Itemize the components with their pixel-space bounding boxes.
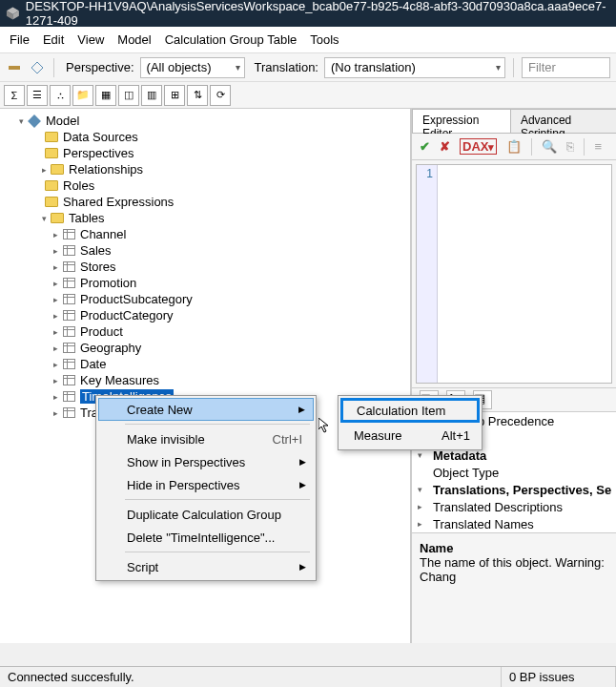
menu-make-invisible[interactable]: Make invisibleCtrl+I (98, 427, 314, 450)
tree-table-geography[interactable]: ▸Geography (0, 340, 410, 356)
expression-toolbar: ✔ ✘ DAX▾ 📋 🔍 ⎘ ≡ (412, 134, 616, 160)
translation-label: Translation: (255, 60, 318, 74)
menu-tools[interactable]: Tools (310, 32, 339, 47)
tree-perspectives[interactable]: Perspectives (0, 145, 410, 161)
app-icon (6, 6, 20, 21)
tree-table-product[interactable]: ▸Product (0, 323, 410, 340)
hierarchy-button[interactable]: ⛬ (50, 85, 71, 106)
filter-input[interactable]: Filter (522, 57, 610, 78)
statusbar: Connected succesfully. 0 BP issues (0, 666, 616, 687)
toolbar-main: Perspective: (All objects) Translation: … (0, 53, 616, 82)
format-icon[interactable]: ≡ (594, 139, 602, 154)
tree-shared-expressions[interactable]: Shared Expressions (0, 194, 410, 210)
prop-translated-descriptions[interactable]: Translated Descriptions (429, 500, 563, 514)
tree-data-sources[interactable]: Data Sources (0, 129, 410, 145)
find-icon[interactable]: 🔍 (542, 139, 557, 154)
toolbar-secondary: Σ ☰ ⛬ 📁 ▦ ◫ ▥ ⊞ ⇅ ⟳ (0, 82, 616, 109)
separator (513, 58, 514, 77)
sort-button[interactable]: ⇅ (187, 85, 208, 106)
folder-button[interactable]: 📁 (72, 85, 93, 106)
submenu-calculation-item[interactable]: Calculation Item (340, 398, 480, 423)
connect-icon[interactable] (6, 59, 23, 76)
submenu-arrow-icon: ▶ (299, 457, 306, 467)
tree-table-sales[interactable]: ▸Sales (0, 242, 410, 259)
tree-table-productcategory[interactable]: ▸ProductCategory (0, 307, 410, 323)
tree-table-key-measures[interactable]: ▸Key Measures (0, 372, 410, 388)
menu-duplicate-calculation-group[interactable]: Duplicate Calculation Group (98, 503, 314, 526)
deploy-icon[interactable] (29, 59, 46, 76)
tree-table-channel[interactable]: ▸Channel (0, 226, 410, 242)
menu-script[interactable]: Script▶ (98, 555, 314, 578)
tree-tables[interactable]: ▾Tables (0, 210, 410, 226)
menu-view[interactable]: View (77, 32, 104, 47)
tree-table-date[interactable]: ▸Date (0, 356, 410, 372)
separator (584, 138, 585, 156)
sigma-button[interactable]: Σ (4, 85, 25, 106)
right-pane: Expression Editor Advanced Scripting ✔ ✘… (412, 109, 616, 643)
accept-icon[interactable]: ✔ (420, 139, 430, 154)
separator (531, 138, 532, 156)
column-button[interactable]: ▥ (141, 85, 162, 106)
menu-calculation-group-table[interactable]: Calculation Group Table (165, 32, 298, 47)
submenu-arrow-icon: ▶ (299, 480, 306, 489)
tab-advanced-scripting[interactable]: Advanced Scripting (510, 109, 616, 133)
refresh-button[interactable]: ⟳ (210, 85, 231, 106)
property-description: Name The name of this object. Warning: C… (412, 532, 616, 590)
menu-create-new[interactable]: Create New▶ (98, 398, 314, 421)
tree-roles[interactable]: Roles (0, 177, 410, 194)
tree-table-promotion[interactable]: ▸Promotion (0, 275, 410, 291)
tree-table-stores[interactable]: ▸Stores (0, 259, 410, 275)
perspective-combo[interactable]: (All objects) (140, 57, 245, 78)
measure-button[interactable]: ⊞ (164, 85, 185, 106)
line-number: 1 (417, 165, 437, 180)
separator (53, 58, 54, 77)
submenu-arrow-icon: ▶ (298, 405, 305, 414)
tree-model[interactable]: ▾Model (0, 113, 410, 129)
menu-hide-in-perspectives[interactable]: Hide in Perspectives▶ (98, 473, 314, 496)
prop-translations[interactable]: Translations, Perspectives, Se (429, 483, 611, 497)
prop-object-type: Object Type (429, 466, 499, 480)
menubar: File Edit View Model Calculation Group T… (0, 27, 616, 53)
perspective-label: Perspective: (66, 60, 134, 74)
submenu-measure[interactable]: MeasureAlt+1 (340, 423, 480, 448)
window-title: DESKTOP-HH1V9AQ\AnalysisServicesWorkspac… (26, 0, 610, 28)
menu-show-in-perspectives[interactable]: Show in Perspectives▶ (98, 450, 314, 473)
separator (125, 499, 310, 500)
titlebar: DESKTOP-HH1V9AQ\AnalysisServicesWorkspac… (0, 0, 616, 27)
table-button[interactable]: ▦ (95, 85, 116, 106)
menu-delete-timeintelligence[interactable]: Delete "TimeIntelligence"... (98, 526, 314, 549)
svg-rect-3 (9, 66, 20, 70)
chart-button[interactable]: ◫ (118, 85, 139, 106)
prop-translated-names[interactable]: Translated Names (429, 517, 534, 531)
dax-dropdown[interactable]: DAX▾ (460, 138, 497, 155)
submenu-arrow-icon: ▶ (299, 562, 306, 572)
tree-relationships[interactable]: ▸Relationships (0, 161, 410, 177)
replace-icon[interactable]: ⎘ (566, 139, 574, 154)
menu-edit[interactable]: Edit (43, 32, 64, 47)
tree-table-productsubcategory[interactable]: ▸ProductSubcategory (0, 291, 410, 307)
translation-combo[interactable]: (No translation) (324, 57, 505, 78)
right-tabs: Expression Editor Advanced Scripting (412, 109, 616, 134)
svg-marker-4 (31, 62, 43, 73)
cancel-icon[interactable]: ✘ (440, 139, 450, 154)
list-button[interactable]: ☰ (27, 85, 48, 106)
status-bp-issues: 0 BP issues (502, 667, 616, 687)
tab-expression-editor[interactable]: Expression Editor (412, 109, 511, 133)
separator (125, 552, 310, 552)
create-new-submenu: Calculation Item MeasureAlt+1 (338, 395, 483, 450)
context-menu: Create New▶ Make invisibleCtrl+I Show in… (95, 395, 317, 581)
menu-model[interactable]: Model (117, 32, 151, 47)
status-connection: Connected succesfully. (0, 667, 502, 687)
expression-editor[interactable]: 1 (416, 164, 612, 384)
separator (125, 424, 310, 425)
copy-icon[interactable]: 📋 (506, 139, 522, 154)
menu-file[interactable]: File (10, 32, 30, 47)
